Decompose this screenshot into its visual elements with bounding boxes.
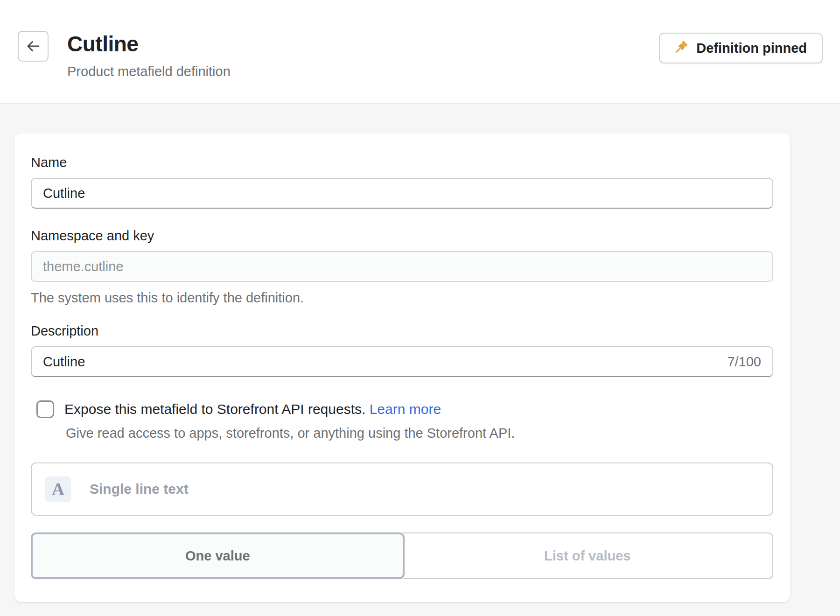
learn-more-link[interactable]: Learn more xyxy=(370,401,441,417)
namespace-input xyxy=(31,251,773,282)
description-field: 7/100 xyxy=(31,346,773,377)
definition-pinned-button[interactable]: Definition pinned xyxy=(659,33,823,63)
storefront-api-help-text: Give read access to apps, storefronts, o… xyxy=(66,426,773,441)
page-title: Cutline xyxy=(67,32,231,56)
description-label: Description xyxy=(31,323,773,339)
storefront-api-checkbox[interactable] xyxy=(36,400,54,418)
arrow-left-icon xyxy=(24,37,42,55)
list-of-values-segment: List of values xyxy=(403,532,774,579)
metafield-definition-card: Name Namespace and key The system uses t… xyxy=(14,133,790,602)
page-subtitle: Product metafield definition xyxy=(67,64,231,79)
content-type-tile: A Single line text xyxy=(31,462,773,516)
character-counter: 7/100 xyxy=(727,354,772,370)
page-header: Cutline Product metafield definition Def… xyxy=(0,0,840,104)
content-type-label: Single line text xyxy=(90,481,189,497)
storefront-api-label: Expose this metafield to Storefront API … xyxy=(64,401,441,417)
name-label: Name xyxy=(31,155,773,170)
namespace-label: Namespace and key xyxy=(31,228,773,244)
pushpin-icon xyxy=(672,40,689,56)
back-button[interactable] xyxy=(18,31,49,62)
namespace-help-text: The system uses this to identify the def… xyxy=(31,290,773,306)
one-value-segment[interactable]: One value xyxy=(31,532,405,579)
cardinality-segmented-control: One value List of values xyxy=(31,532,773,579)
name-input[interactable] xyxy=(31,178,773,209)
definition-pinned-label: Definition pinned xyxy=(696,41,807,56)
description-input[interactable] xyxy=(32,347,727,376)
single-line-text-icon: A xyxy=(45,476,71,502)
